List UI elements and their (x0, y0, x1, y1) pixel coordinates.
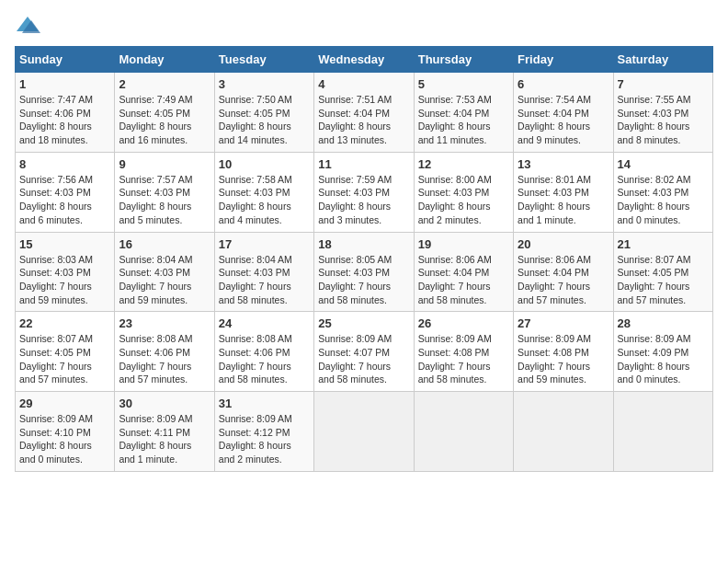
day-number: 1 (19, 77, 110, 91)
day-number: 2 (119, 77, 210, 91)
column-header-tuesday: Tuesday (214, 47, 313, 73)
day-number: 25 (318, 316, 409, 330)
calendar-table: SundayMondayTuesdayWednesdayThursdayFrid… (15, 46, 713, 472)
cell-details: Sunrise: 8:02 AMSunset: 4:03 PMDaylight:… (618, 173, 709, 227)
cell-details: Sunrise: 8:09 AMSunset: 4:10 PMDaylight:… (19, 412, 110, 466)
calendar-week-row: 1Sunrise: 7:47 AMSunset: 4:06 PMDaylight… (16, 73, 713, 153)
calendar-week-row: 15Sunrise: 8:03 AMSunset: 4:03 PMDayligh… (16, 232, 713, 312)
calendar-cell: 6Sunrise: 7:54 AMSunset: 4:04 PMDaylight… (514, 73, 613, 153)
calendar-cell: 20Sunrise: 8:06 AMSunset: 4:04 PMDayligh… (514, 232, 613, 312)
column-header-saturday: Saturday (613, 47, 712, 73)
cell-details: Sunrise: 8:09 AMSunset: 4:07 PMDaylight:… (318, 332, 409, 386)
day-number: 10 (219, 157, 310, 171)
calendar-cell: 4Sunrise: 7:51 AMSunset: 4:04 PMDaylight… (314, 73, 414, 153)
calendar-cell (514, 392, 613, 472)
logo-icon (15, 15, 40, 35)
cell-details: Sunrise: 8:09 AMSunset: 4:11 PMDaylight:… (119, 412, 210, 466)
calendar-cell: 17Sunrise: 8:04 AMSunset: 4:03 PMDayligh… (214, 232, 313, 312)
cell-details: Sunrise: 8:07 AMSunset: 4:05 PMDaylight:… (618, 253, 709, 307)
column-header-thursday: Thursday (414, 47, 513, 73)
cell-details: Sunrise: 7:57 AMSunset: 4:03 PMDaylight:… (119, 173, 210, 227)
calendar-cell: 30Sunrise: 8:09 AMSunset: 4:11 PMDayligh… (115, 392, 214, 472)
day-number: 20 (518, 237, 609, 251)
cell-details: Sunrise: 7:49 AMSunset: 4:05 PMDaylight:… (119, 93, 210, 147)
calendar-header-row: SundayMondayTuesdayWednesdayThursdayFrid… (16, 47, 713, 73)
calendar-cell: 7Sunrise: 7:55 AMSunset: 4:03 PMDaylight… (613, 73, 712, 153)
calendar-cell: 9Sunrise: 7:57 AMSunset: 4:03 PMDaylight… (115, 152, 214, 232)
day-number: 29 (19, 396, 110, 410)
cell-details: Sunrise: 7:56 AMSunset: 4:03 PMDaylight:… (19, 173, 110, 227)
day-number: 16 (119, 237, 210, 251)
cell-details: Sunrise: 8:07 AMSunset: 4:05 PMDaylight:… (19, 332, 110, 386)
calendar-cell: 12Sunrise: 8:00 AMSunset: 4:03 PMDayligh… (414, 152, 513, 232)
day-number: 15 (19, 237, 110, 251)
cell-details: Sunrise: 8:00 AMSunset: 4:03 PMDaylight:… (418, 173, 509, 227)
calendar-week-row: 8Sunrise: 7:56 AMSunset: 4:03 PMDaylight… (16, 152, 713, 232)
calendar-cell (613, 392, 712, 472)
cell-details: Sunrise: 7:47 AMSunset: 4:06 PMDaylight:… (19, 93, 110, 147)
day-number: 7 (618, 77, 709, 91)
day-number: 8 (19, 157, 110, 171)
day-number: 3 (219, 77, 310, 91)
cell-details: Sunrise: 7:58 AMSunset: 4:03 PMDaylight:… (219, 173, 310, 227)
calendar-cell: 3Sunrise: 7:50 AMSunset: 4:05 PMDaylight… (214, 73, 313, 153)
calendar-cell: 27Sunrise: 8:09 AMSunset: 4:08 PMDayligh… (514, 312, 613, 392)
cell-details: Sunrise: 7:59 AMSunset: 4:03 PMDaylight:… (318, 173, 409, 227)
calendar-cell: 31Sunrise: 8:09 AMSunset: 4:12 PMDayligh… (214, 392, 313, 472)
calendar-cell: 1Sunrise: 7:47 AMSunset: 4:06 PMDaylight… (16, 73, 115, 153)
calendar-cell: 15Sunrise: 8:03 AMSunset: 4:03 PMDayligh… (16, 232, 115, 312)
day-number: 24 (219, 316, 310, 330)
day-number: 9 (119, 157, 210, 171)
cell-details: Sunrise: 7:54 AMSunset: 4:04 PMDaylight:… (518, 93, 609, 147)
day-number: 27 (518, 316, 609, 330)
cell-details: Sunrise: 8:09 AMSunset: 4:12 PMDaylight:… (219, 412, 310, 466)
calendar-cell: 23Sunrise: 8:08 AMSunset: 4:06 PMDayligh… (115, 312, 214, 392)
cell-details: Sunrise: 8:06 AMSunset: 4:04 PMDaylight:… (518, 253, 609, 307)
cell-details: Sunrise: 8:04 AMSunset: 4:03 PMDaylight:… (119, 253, 210, 307)
calendar-cell: 18Sunrise: 8:05 AMSunset: 4:03 PMDayligh… (314, 232, 414, 312)
calendar-cell: 25Sunrise: 8:09 AMSunset: 4:07 PMDayligh… (314, 312, 414, 392)
day-number: 19 (418, 237, 509, 251)
day-number: 5 (418, 77, 509, 91)
cell-details: Sunrise: 8:06 AMSunset: 4:04 PMDaylight:… (418, 253, 509, 307)
calendar-cell: 11Sunrise: 7:59 AMSunset: 4:03 PMDayligh… (314, 152, 414, 232)
day-number: 22 (19, 316, 110, 330)
calendar-cell (314, 392, 414, 472)
day-number: 21 (618, 237, 709, 251)
cell-details: Sunrise: 8:04 AMSunset: 4:03 PMDaylight:… (219, 253, 310, 307)
day-number: 26 (418, 316, 509, 330)
cell-details: Sunrise: 8:01 AMSunset: 4:03 PMDaylight:… (518, 173, 609, 227)
calendar-week-row: 29Sunrise: 8:09 AMSunset: 4:10 PMDayligh… (16, 392, 713, 472)
day-number: 18 (318, 237, 409, 251)
column-header-monday: Monday (115, 47, 214, 73)
calendar-cell: 26Sunrise: 8:09 AMSunset: 4:08 PMDayligh… (414, 312, 513, 392)
column-header-sunday: Sunday (16, 47, 115, 73)
calendar-cell: 13Sunrise: 8:01 AMSunset: 4:03 PMDayligh… (514, 152, 613, 232)
day-number: 17 (219, 237, 310, 251)
calendar-cell: 10Sunrise: 7:58 AMSunset: 4:03 PMDayligh… (214, 152, 313, 232)
cell-details: Sunrise: 8:09 AMSunset: 4:08 PMDaylight:… (418, 332, 509, 386)
calendar-cell: 19Sunrise: 8:06 AMSunset: 4:04 PMDayligh… (414, 232, 513, 312)
page-header (15, 15, 713, 35)
calendar-cell: 22Sunrise: 8:07 AMSunset: 4:05 PMDayligh… (16, 312, 115, 392)
day-number: 30 (119, 396, 210, 410)
calendar-cell: 8Sunrise: 7:56 AMSunset: 4:03 PMDaylight… (16, 152, 115, 232)
day-number: 4 (318, 77, 409, 91)
calendar-cell: 21Sunrise: 8:07 AMSunset: 4:05 PMDayligh… (613, 232, 712, 312)
calendar-cell (414, 392, 513, 472)
cell-details: Sunrise: 8:09 AMSunset: 4:09 PMDaylight:… (618, 332, 709, 386)
day-number: 13 (518, 157, 609, 171)
day-number: 28 (618, 316, 709, 330)
cell-details: Sunrise: 7:50 AMSunset: 4:05 PMDaylight:… (219, 93, 310, 147)
cell-details: Sunrise: 7:53 AMSunset: 4:04 PMDaylight:… (418, 93, 509, 147)
day-number: 31 (219, 396, 310, 410)
cell-details: Sunrise: 8:05 AMSunset: 4:03 PMDaylight:… (318, 253, 409, 307)
calendar-cell: 14Sunrise: 8:02 AMSunset: 4:03 PMDayligh… (613, 152, 712, 232)
cell-details: Sunrise: 8:09 AMSunset: 4:08 PMDaylight:… (518, 332, 609, 386)
day-number: 6 (518, 77, 609, 91)
column-header-friday: Friday (514, 47, 613, 73)
calendar-cell: 5Sunrise: 7:53 AMSunset: 4:04 PMDaylight… (414, 73, 513, 153)
logo (15, 15, 44, 35)
calendar-cell: 28Sunrise: 8:09 AMSunset: 4:09 PMDayligh… (613, 312, 712, 392)
calendar-week-row: 22Sunrise: 8:07 AMSunset: 4:05 PMDayligh… (16, 312, 713, 392)
